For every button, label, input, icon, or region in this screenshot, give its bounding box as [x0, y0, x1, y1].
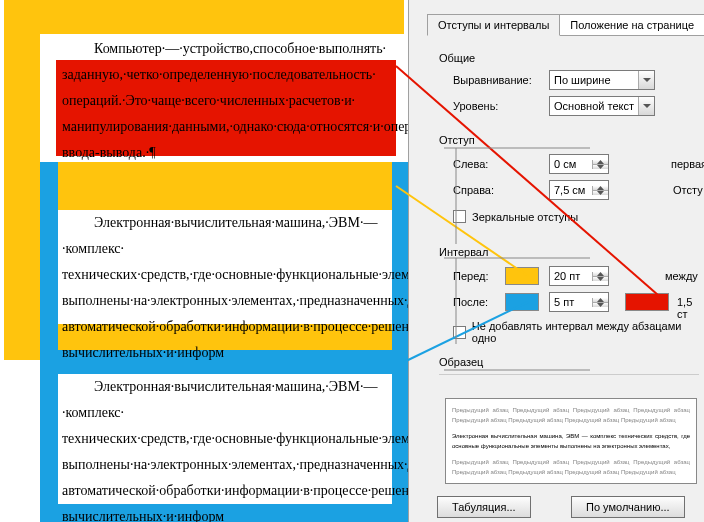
label-alignment: Выравнивание:	[453, 74, 532, 86]
p1-run6: его·численных·расчетов·и·	[198, 93, 355, 108]
p3-run4: де·основные·функциональные·элементы·	[198, 431, 442, 446]
p1-run7: манипулирования·данным	[62, 119, 218, 134]
label-indent-right: Справа:	[453, 184, 494, 196]
label-between-trunc: между	[665, 270, 698, 282]
combo-alignment[interactable]: По ширине	[549, 70, 655, 90]
swatch-right-indent-red	[625, 293, 669, 311]
spinner-before-value: 20 пт	[550, 270, 592, 282]
p3-run5: выполнены·на·электрон	[62, 457, 204, 472]
swatch-before-yellow	[505, 267, 539, 285]
p2-run5: выполнены·на·электрон	[62, 293, 204, 308]
chevron-down-icon[interactable]	[592, 303, 608, 307]
p3-run9: вычислительных·и·информ	[62, 509, 224, 522]
chevron-down-icon[interactable]	[592, 165, 608, 169]
combo-level-value: Основной текст	[550, 100, 638, 112]
p1-run5: операций.·Это·чаще·вс	[62, 93, 198, 108]
sample-black-text: Электронная вычислительная машина, ЭВМ —…	[452, 431, 690, 451]
button-default[interactable]: По умолчанию...	[571, 496, 685, 518]
paragraph-2[interactable]: Электронная·вычислительная·машина,·ЭВМ·—…	[62, 210, 394, 366]
spinner-indent-left-value: 0 см	[550, 158, 592, 170]
checkbox-mirror-label: Зеркальные отступы	[472, 211, 578, 223]
spacing-before-highlight-top	[4, 0, 404, 34]
p1-run4: енную·последовательность·	[210, 67, 375, 82]
value-linespace-trunc: 1,5 ст	[677, 296, 704, 320]
sample-gray-text: Предыдущий абзац Предыдущий абзац Предыд…	[452, 405, 690, 425]
tab-page-position[interactable]: Положение на странице	[559, 14, 704, 36]
combo-level[interactable]: Основной текст	[549, 96, 655, 116]
p3-run3: технических·средств,·г	[62, 431, 198, 446]
spinner-indent-right[interactable]: 7,5 см	[549, 180, 609, 200]
group-general: Общие	[439, 52, 475, 64]
spinner-after[interactable]: 5 пт	[549, 292, 609, 312]
button-tabs[interactable]: Табуляция...	[437, 496, 531, 518]
chevron-down-icon	[638, 71, 654, 89]
p2-run6: ных·элементах,·предназначенных·для·	[204, 293, 432, 308]
group-indent: Отступ	[439, 134, 475, 146]
paragraph-1[interactable]: Компьютер·—·устройство,способное·выполня…	[62, 36, 394, 166]
swatch-after-blue	[505, 293, 539, 311]
p1-run1: Компьютер·—·устро	[94, 41, 216, 56]
p2-run3: технических·средств,·г	[62, 267, 198, 282]
p2-run4: де·основные·функциональные·элементы·	[198, 267, 442, 282]
p2-run8: ки·информации·в·процессе·решения·	[207, 319, 427, 334]
p3-run6: ных·элементах,·предназначенных·для·	[204, 457, 432, 472]
tab-indents-spacing[interactable]: Отступы и интервалы	[427, 14, 560, 36]
spinner-indent-right-value: 7,5 см	[550, 184, 592, 196]
combo-alignment-value: По ширине	[550, 74, 638, 86]
label-indent-type-trunc: Отсту	[673, 184, 703, 196]
label-first-line-trunc: первая	[671, 158, 704, 170]
p2-run7: автоматической·обработ	[62, 319, 207, 334]
p3-run7: автоматической·обработ	[62, 483, 207, 498]
label-after: После:	[453, 296, 488, 308]
group-interval: Интервал	[439, 246, 488, 258]
label-indent-left: Слева:	[453, 158, 488, 170]
checkbox-no-add-label: Не добавлять интервал между абзацами одн…	[472, 320, 704, 344]
spinner-after-value: 5 пт	[550, 296, 592, 308]
chevron-down-icon[interactable]	[592, 277, 608, 281]
paragraph-dialog: Отступы и интервалы Положение на страниц…	[408, 0, 704, 522]
group-sample: Образец	[439, 356, 483, 368]
p2-run1: Электронная·вычис	[94, 215, 211, 230]
label-level: Уровень:	[453, 100, 498, 112]
spinner-before[interactable]: 20 пт	[549, 266, 609, 286]
document-pane: Компьютер·—·устройство,способное·выполня…	[0, 0, 408, 522]
p2-run9: вычислительных·и·информ	[62, 345, 224, 360]
paragraph-3[interactable]: Электронная·вычислительная·машина,·ЭВМ·—…	[62, 374, 394, 522]
chevron-down-icon	[638, 97, 654, 115]
checkbox-box	[453, 326, 466, 339]
checkbox-no-add-space[interactable]: Не добавлять интервал между абзацами одн…	[453, 320, 704, 344]
p1-run9: ввода-вывода.·¶	[62, 145, 156, 160]
spacing-before-highlight-mid	[4, 162, 404, 210]
chevron-down-icon[interactable]	[592, 191, 608, 195]
divider	[439, 374, 699, 375]
checkbox-box	[453, 210, 466, 223]
p3-run1: Электронная·вычис	[94, 379, 211, 394]
spacing-after-highlight-left	[40, 162, 58, 522]
p3-run8: ки·информации·в·процессе·решения·	[207, 483, 427, 498]
label-before: Перед:	[453, 270, 489, 282]
sample-preview: Предыдущий абзац Предыдущий абзац Предыд…	[445, 398, 697, 484]
checkbox-mirror-indents[interactable]: Зеркальные отступы	[453, 210, 578, 223]
sample-gray-text2: Предыдущий абзац Предыдущий абзац Предыд…	[452, 457, 690, 477]
p1-run3: заданную,·четко·определ	[62, 67, 210, 82]
spinner-indent-left[interactable]: 0 см	[549, 154, 609, 174]
p1-run2: йство,способное·выполнять·	[216, 41, 386, 56]
